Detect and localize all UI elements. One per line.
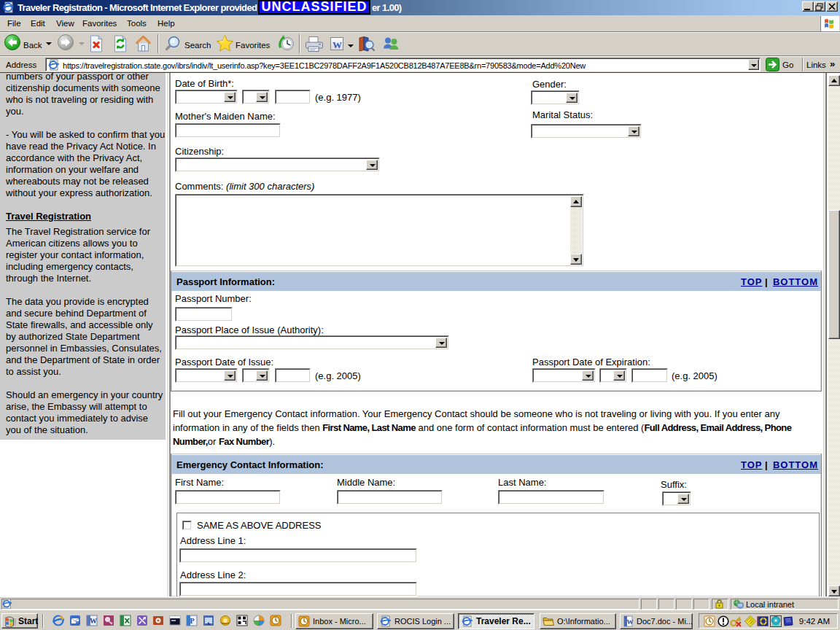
svg-text:W: W xyxy=(627,618,634,626)
svg-text:W: W xyxy=(90,617,97,625)
svg-text:P: P xyxy=(190,617,195,625)
